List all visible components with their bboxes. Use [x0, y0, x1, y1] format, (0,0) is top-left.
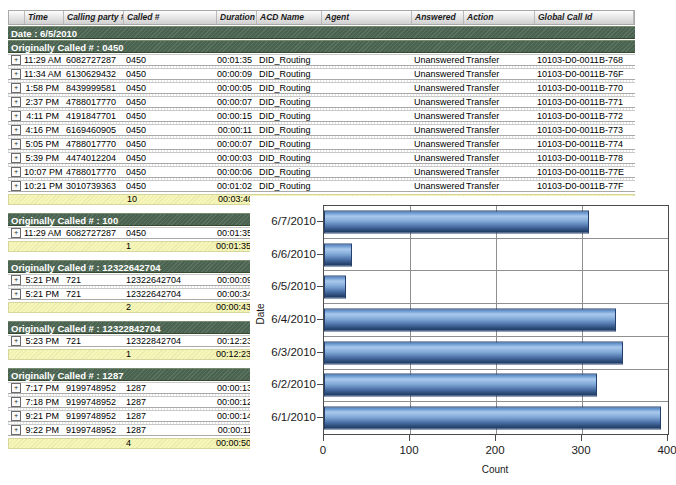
expand-row-button[interactable]: [11, 289, 21, 299]
cell-called: 12322842704: [123, 336, 216, 346]
cell-time: 7:17 PM: [24, 383, 63, 393]
cell-acd-name: DID_Routing: [256, 55, 321, 65]
x-axis-tick: [409, 434, 410, 441]
table-row: 5:21 PM7211232264270400:00:09: [8, 274, 256, 286]
cell-global-call-id: 10103-D0-0011B-773: [534, 125, 633, 135]
cell-acd-name: DID_Routing: [256, 153, 321, 163]
expand-cell: [8, 425, 24, 435]
cell-called: 1287: [123, 397, 216, 407]
cell-duration: 00:00:05: [216, 83, 256, 93]
expand-cell: [8, 181, 24, 191]
expand-row-button[interactable]: [11, 275, 21, 285]
expand-row-button[interactable]: [11, 111, 21, 121]
summary-spacer: [64, 439, 124, 448]
cell-called: 0450: [123, 167, 216, 177]
table-row: 5:21 PM7211232264270400:00:34: [8, 288, 256, 300]
cell-time: 5:39 PM: [24, 153, 63, 163]
group-header: Originally Called # : 0450: [8, 40, 635, 53]
cell-called: 0450: [123, 83, 216, 93]
cell-action: Transfer: [463, 153, 534, 163]
cell-duration: 00:01:35: [216, 55, 256, 65]
table-row: 10:21 PM3010739363045000:01:02DID_Routin…: [8, 180, 635, 192]
expand-cell: [8, 111, 24, 121]
table-row: 4:11 PM4191847701045000:00:15DID_Routing…: [8, 110, 635, 122]
cell-duration: 00:00:15: [216, 111, 256, 121]
group-rows: 5:21 PM7211232264270400:00:095:21 PM7211…: [8, 274, 256, 300]
cell-agent: [321, 139, 411, 149]
table-row: 7:18 PM9199748952128700:00:12: [8, 396, 256, 408]
cell-calling-party: 6130629432: [63, 69, 123, 79]
summary-spacer: [9, 242, 25, 251]
cell-time: 4:16 PM: [24, 125, 63, 135]
expand-row-button[interactable]: [11, 153, 21, 163]
cell-duration: 00:00:07: [216, 97, 256, 107]
cell-answered: Unanswered: [411, 167, 463, 177]
expand-row-button[interactable]: [11, 55, 21, 65]
expand-cell: [8, 383, 24, 393]
cell-calling-party: 4788017770: [63, 167, 123, 177]
cell-agent: [321, 125, 411, 135]
cell-time: 5:21 PM: [24, 275, 63, 285]
expand-row-button[interactable]: [11, 181, 21, 191]
cell-calling-party: 721: [63, 289, 123, 299]
chart-bar: [324, 243, 352, 266]
expand-row-button[interactable]: [11, 397, 21, 407]
cell-global-call-id: 10103-D0-0011B-774: [534, 139, 633, 149]
summary-call-count: 1: [123, 242, 215, 251]
expand-row-button[interactable]: [11, 228, 21, 238]
expand-row-button[interactable]: [11, 383, 21, 393]
chart-band: [324, 271, 668, 304]
expand-row-button[interactable]: [11, 411, 21, 421]
cell-time: 5:21 PM: [24, 289, 63, 299]
column-header-answered: Answered: [412, 11, 464, 24]
expand-row-button[interactable]: [11, 125, 21, 135]
expand-row-button[interactable]: [11, 83, 21, 93]
cell-time: 7:18 PM: [24, 397, 63, 407]
chart-bar: [324, 341, 623, 364]
y-axis-label: 6/6/2010: [258, 248, 316, 260]
expand-row-button[interactable]: [11, 139, 21, 149]
chart-band: [324, 370, 668, 403]
cell-called: 12322642704: [123, 275, 216, 285]
cell-called: 0450: [123, 153, 216, 163]
cell-time: 9:21 PM: [24, 411, 63, 421]
expand-row-button[interactable]: [11, 167, 21, 177]
expand-row-button[interactable]: [11, 69, 21, 79]
x-axis-label: 200: [473, 444, 517, 456]
expand-row-button[interactable]: [11, 336, 21, 346]
expand-cell: [8, 397, 24, 407]
cell-answered: Unanswered: [411, 69, 463, 79]
y-axis-tick: [317, 384, 323, 385]
column-header-row: TimeCalling party #Called #DurationACD N…: [8, 10, 635, 25]
x-axis-tick: [581, 434, 582, 441]
cell-action: Transfer: [463, 55, 534, 65]
expand-row-button[interactable]: [11, 97, 21, 107]
chart-bar: [324, 374, 597, 397]
table-row: 9:21 PM9199748952128700:00:14: [8, 410, 256, 422]
group-header: Originally Called # : 12322642704: [8, 260, 256, 273]
chart-band: [324, 304, 668, 337]
call-group: Originally Called # : 123228427045:23 PM…: [8, 321, 256, 360]
cell-global-call-id: 10103-D0-0011B-778: [534, 153, 633, 163]
group-header: Originally Called # : 100: [8, 213, 256, 226]
call-group: Originally Called # : 123226427045:21 PM…: [8, 260, 256, 313]
column-header-called: Called #: [124, 11, 217, 24]
expand-row-button[interactable]: [11, 425, 21, 435]
cell-calling-party: 6169460905: [63, 125, 123, 135]
cell-called: 0450: [123, 97, 216, 107]
cell-action: Transfer: [463, 97, 534, 107]
x-axis-label: 0: [301, 444, 345, 456]
cell-calling-party: 4191847701: [63, 111, 123, 121]
cell-global-call-id: 10103-D0-0011B-77E: [534, 167, 633, 177]
cell-time: 5:23 PM: [24, 336, 63, 346]
column-header-expand: [9, 11, 25, 24]
cell-calling-party: 6082727287: [63, 55, 123, 65]
table-row: 5:39 PM4474012204045000:00:03DID_Routing…: [8, 152, 635, 164]
table-row: 9:22 PM9199748952128700:00:11: [8, 424, 256, 436]
x-axis-tick: [667, 434, 668, 441]
cell-answered: Unanswered: [411, 181, 463, 191]
cell-acd-name: DID_Routing: [256, 167, 321, 177]
cell-acd-name: DID_Routing: [256, 181, 321, 191]
calls-by-date-chart: Date Count 6/7/20106/6/20106/5/20106/4/2…: [250, 196, 676, 485]
x-axis-tick: [495, 434, 496, 441]
